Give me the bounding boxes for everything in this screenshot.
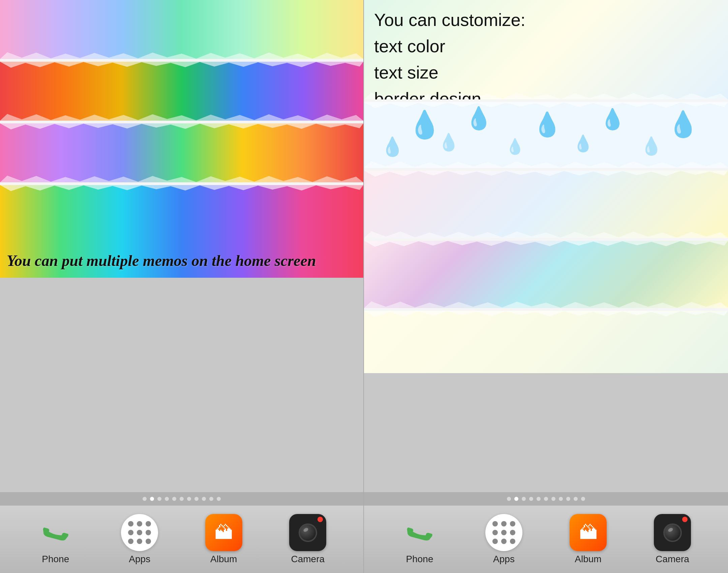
memo-4-text: You can put multiple memos on the home s… — [7, 251, 357, 271]
right-phone-svg-icon — [401, 514, 438, 551]
left-album-icon[interactable]: 🏔 — [205, 514, 242, 551]
apps-dot-7 — [128, 539, 133, 544]
r-apps-dot-2 — [501, 521, 507, 526]
right-camera-lens-icon — [663, 523, 682, 542]
dot-11[interactable] — [217, 497, 221, 501]
left-memo-area: You can put multiple memos on the home s… — [0, 0, 363, 492]
dot-4[interactable] — [165, 497, 169, 501]
right-dock-apps[interactable]: Apps — [485, 514, 522, 565]
r-apps-dot-9 — [510, 539, 515, 544]
dot-6[interactable] — [180, 497, 184, 501]
phone-svg-icon — [37, 514, 74, 551]
r-apps-dot-3 — [510, 521, 515, 526]
right-dock-album[interactable]: 🏔 Album — [570, 514, 607, 565]
raindrop-3: 💧 — [533, 111, 562, 138]
raindrop-4: 💧 — [600, 107, 625, 131]
dot-1[interactable] — [143, 497, 147, 501]
right-dot-1[interactable] — [507, 497, 511, 501]
raindrop-8: 💧 — [506, 138, 524, 155]
right-phone-label: Phone — [406, 554, 433, 565]
right-dots-bar — [364, 492, 728, 506]
left-screen: You can put multiple memos on the home s… — [0, 0, 364, 573]
raindrop-2: 💧 — [465, 105, 492, 131]
raindrop-1: 💧 — [408, 109, 442, 141]
album-mountain-icon: 🏔 — [214, 522, 233, 543]
memo-4[interactable]: You can put multiple memos on the home s… — [0, 185, 363, 278]
memo-1[interactable] — [0, 0, 363, 59]
r-apps-dot-6 — [510, 530, 515, 535]
dot-9[interactable] — [202, 497, 206, 501]
apps-dot-8 — [137, 539, 142, 544]
dot-8[interactable] — [194, 497, 199, 501]
dot-3[interactable] — [157, 497, 161, 501]
left-apps-label: Apps — [129, 554, 150, 565]
left-phone-label: Phone — [42, 554, 69, 565]
right-camera-label: Camera — [656, 554, 689, 565]
right-album-mountain-icon: 🏔 — [579, 522, 598, 543]
apps-dot-2 — [137, 521, 142, 526]
right-phone-icon[interactable] — [401, 514, 438, 551]
memo-2[interactable] — [0, 62, 363, 121]
left-camera-icon[interactable] — [289, 514, 326, 551]
apps-dot-9 — [146, 539, 151, 544]
left-apps-icon[interactable] — [121, 514, 158, 551]
right-memo-5[interactable] — [364, 311, 728, 373]
apps-grid — [121, 514, 158, 551]
apps-dot-1 — [128, 521, 133, 526]
apps-dot-4 — [128, 530, 133, 535]
right-dot-2-active[interactable] — [514, 497, 518, 501]
right-dock-phone[interactable]: Phone — [401, 514, 438, 565]
right-dot-5[interactable] — [537, 497, 541, 501]
right-apps-icon[interactable] — [485, 514, 522, 551]
left-dock-camera[interactable]: Camera — [289, 514, 326, 565]
right-memo-4[interactable] — [364, 241, 728, 308]
right-memo-3[interactable] — [364, 171, 728, 238]
right-dock-camera[interactable]: Camera — [654, 514, 691, 565]
right-camera-icon[interactable] — [654, 514, 691, 551]
r-apps-dot-1 — [492, 521, 498, 526]
right-dot-4[interactable] — [529, 497, 533, 501]
left-dock: Phone Apps 🏔 — [0, 506, 363, 573]
dot-10[interactable] — [209, 497, 213, 501]
right-dot-11[interactable] — [581, 497, 585, 501]
r-apps-dot-7 — [492, 539, 498, 544]
right-dot-9[interactable] — [566, 497, 570, 501]
dot-5[interactable] — [172, 497, 176, 501]
right-memo-area: You can customize: text color text size … — [364, 0, 728, 492]
right-camera-red-dot — [682, 517, 688, 522]
right-memo-1-text: You can customize: text color text size … — [374, 7, 718, 99]
right-dot-8[interactable] — [559, 497, 563, 501]
memo-3[interactable] — [0, 123, 363, 182]
apps-dot-6 — [146, 530, 151, 535]
right-dot-7[interactable] — [551, 497, 555, 501]
right-screen: You can customize: text color text size … — [364, 0, 728, 573]
left-album-label: Album — [210, 554, 237, 565]
left-dots-bar — [0, 492, 363, 506]
raindrop-7: 💧 — [438, 132, 459, 152]
right-apps-label: Apps — [493, 554, 515, 565]
right-dock: Phone Apps 🏔 — [364, 506, 728, 573]
left-dock-album[interactable]: 🏔 Album — [205, 514, 242, 565]
r-apps-dot-8 — [501, 539, 507, 544]
left-phone-icon[interactable] — [37, 514, 74, 551]
r-apps-dot-5 — [501, 530, 507, 535]
r-apps-dot-4 — [492, 530, 498, 535]
right-memo-2[interactable]: 💧 💧 💧 💧 💧 💧 💧 💧 💧 💧 — [364, 102, 728, 168]
right-album-icon[interactable]: 🏔 — [570, 514, 607, 551]
left-camera-label: Camera — [291, 554, 325, 565]
dot-7[interactable] — [187, 497, 191, 501]
right-memo-1[interactable]: You can customize: text color text size … — [364, 0, 728, 99]
apps-dot-3 — [146, 521, 151, 526]
right-dot-3[interactable] — [522, 497, 526, 501]
raindrop-9: 💧 — [573, 134, 593, 153]
camera-lens-icon — [299, 523, 317, 542]
dot-2-active[interactable] — [150, 497, 154, 501]
right-album-label: Album — [575, 554, 601, 565]
raindrop-10: 💧 — [640, 136, 662, 156]
left-dock-phone[interactable]: Phone — [37, 514, 74, 565]
raindrop-6: 💧 — [381, 136, 404, 158]
right-dot-10[interactable] — [574, 497, 578, 501]
left-dock-apps[interactable]: Apps — [121, 514, 158, 565]
right-dot-6[interactable] — [544, 497, 548, 501]
raindrop-5: 💧 — [667, 110, 699, 139]
